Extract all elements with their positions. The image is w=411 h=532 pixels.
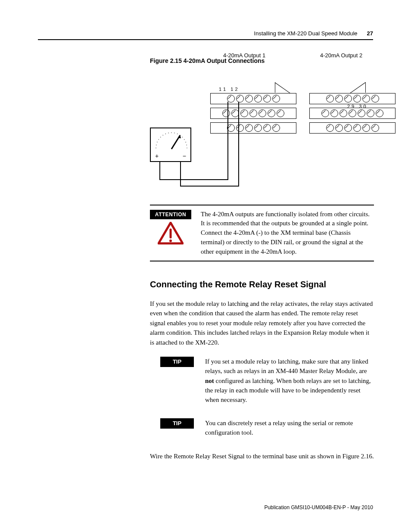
tip-1: TIP If you set a module relay to latchin…: [150, 357, 374, 404]
attention-label: ATTENTION: [150, 210, 191, 219]
terminal-block-left: [210, 93, 296, 137]
meter-minus: −: [183, 152, 186, 159]
output2-label: 4-20mA Output 2: [320, 52, 362, 59]
meter-plus: +: [155, 152, 159, 159]
section-heading: Connecting the Remote Relay Reset Signal: [150, 280, 374, 289]
page-number: 27: [367, 30, 373, 37]
header-section: Installing the XM-220 Dual Speed Module: [254, 30, 358, 37]
paragraph-1: If you set the module relay to latching …: [150, 299, 374, 348]
attention-rule-top: [150, 205, 374, 205]
attention-text: The 4-20mA outputs are functionally isol…: [201, 210, 374, 257]
header-rule: [38, 39, 373, 40]
tip-1-label: TIP: [160, 357, 194, 367]
tip-2-label: TIP: [160, 418, 194, 429]
tip-2: TIP You can discretely reset a relay usi…: [150, 418, 374, 437]
tip-1-text: If you set a module relay to latching, m…: [205, 357, 374, 404]
terminals-11-12: 11 12: [219, 87, 240, 92]
output1-label: 4-20mA Output 1: [223, 52, 265, 59]
svg-point-3: [169, 240, 172, 242]
paragraph-2: Wire the Remote Relay Reset Signal to th…: [150, 451, 374, 461]
figure-2-15: 4-20mA Output 1 4-20mA Output 2 11 12 29…: [150, 69, 374, 194]
terminal-block-right: [309, 93, 395, 137]
attention-triangle-icon: [158, 222, 184, 245]
attention-callout: ATTENTION The 4-20mA outputs are functio…: [150, 210, 374, 257]
attention-rule-bottom: [150, 261, 374, 261]
tip-2-text: You can discretely reset a relay using t…: [205, 418, 374, 437]
analog-meter-icon: + −: [150, 128, 191, 162]
publication-footer: Publication GMSI10-UM004B-EN-P - May 201…: [264, 504, 373, 510]
